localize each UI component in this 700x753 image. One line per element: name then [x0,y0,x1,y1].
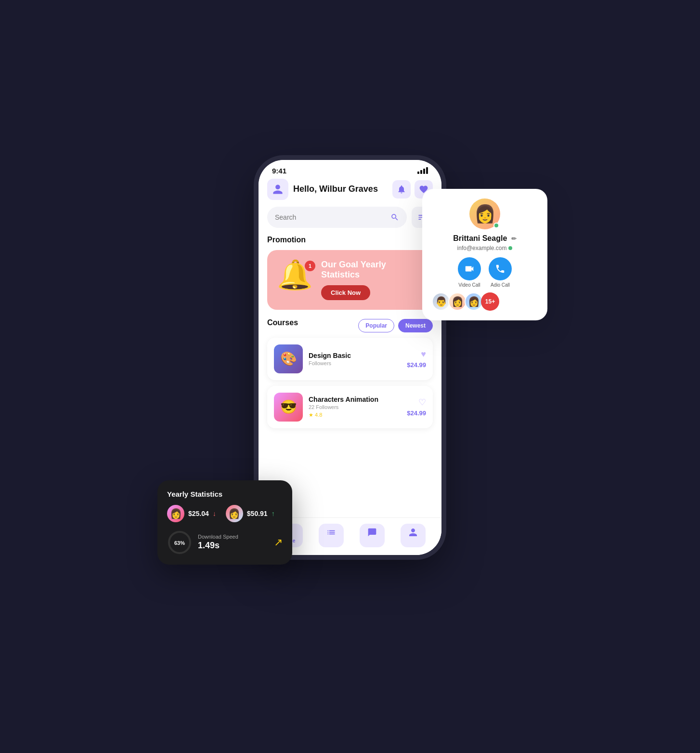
course-info-2: Characters Animation 22 Followers ★ 4.8 [309,396,401,418]
follower-2: 👩 [448,292,467,311]
contact-card: 👩 Brittani Seagle ✏ info@example.com Vid… [422,189,547,320]
audio-call-wrap: Adio Call [489,257,512,288]
course-card-1[interactable]: 🎨 Design Basic Followers ♥ $24.99 [267,338,433,380]
followers-row: 👨 👩 👩 15+ [432,292,538,311]
search-bar[interactable] [267,207,407,228]
tab-newest[interactable]: Newest [398,319,433,332]
stats-row: 👩 $25.04 ↓ 👩 $50.91 ↑ [167,505,283,522]
click-now-button[interactable]: Click Now [321,285,370,300]
avatar[interactable] [267,179,288,200]
course-rating-2: ★ 4.8 [309,412,401,418]
promo-title-text: Our Goal Yearly Statistics [321,260,423,280]
signal-icon [417,167,428,174]
call-buttons: Video Call Adio Call [432,257,538,288]
follower-1: 👨 [432,292,450,311]
search-row [267,207,433,228]
course-price-col-2: ♡ $24.99 [407,397,426,417]
progress-ring: 63% [167,530,192,555]
video-call-label: Video Call [458,282,481,288]
app-header: Hello, Wilbur Graves [267,179,433,200]
course-name-2: Characters Animation [309,396,401,403]
download-info: Download Speed 1.49s [198,534,268,551]
stats-title: Yearly Statistics [167,490,283,498]
follower-3: 👩 [465,292,483,311]
svg-text:63%: 63% [174,540,185,546]
edit-icon[interactable]: ✏ [511,235,517,242]
favorite-icon-2[interactable]: ♡ [407,397,426,408]
audio-call-label: Adio Call [489,282,512,288]
stat-value-1: $25.04 [188,510,209,517]
greeting-text: Hello, Wilbur Graves [293,184,388,194]
promo-card: 🔔 1 Our Goal Yearly Statistics Click Now [267,250,433,310]
contact-name: Brittani Seagle ✏ [432,234,538,243]
stat-avatar-1: 👩 [167,505,184,522]
video-call-button[interactable] [458,257,481,280]
stat-value-2: $50.91 [247,510,268,517]
course-price-col-1: ♥ $24.99 [407,349,426,369]
courses-tabs: Popular Newest [358,319,433,332]
course-price-1: $24.99 [407,361,426,369]
stat-avatar-2: 👩 [226,505,243,522]
download-speed: 1.49s [198,541,268,551]
stats-card: Yearly Statistics 👩 $25.04 ↓ 👩 $50.91 ↑ … [157,480,292,565]
course-thumb-anim: 😎 [274,393,303,422]
stat-item-1: 👩 $25.04 ↓ [167,505,216,522]
stat-item-2: 👩 $50.91 ↑ [226,505,275,522]
nav-profile[interactable] [401,524,426,547]
audio-call-button[interactable] [489,257,512,280]
course-followers-1: Followers [309,360,401,366]
course-price-2: $24.99 [407,410,426,417]
nav-list[interactable] [319,524,344,547]
video-call-wrap: Video Call [458,257,481,288]
course-thumb-design: 🎨 [274,344,303,373]
search-input[interactable] [275,213,387,221]
online-dot [493,223,499,228]
favorite-icon-1[interactable]: ♥ [407,349,426,359]
follower-count: 15+ [481,292,499,311]
scene: 9:41 Hello, Wilbur Graves [167,160,533,594]
trend-icon: ↗ [274,536,283,549]
promo-bell: 🔔 1 [277,261,315,299]
bell-badge: 1 [305,261,315,271]
courses-header: Courses Popular Newest [267,318,433,333]
course-followers-2: 22 Followers [309,404,401,410]
contact-avatar-wrap: 👩 [469,198,500,229]
download-row: 63% Download Speed 1.49s ↗ [167,530,283,555]
notification-button[interactable] [392,180,411,198]
nav-chat[interactable] [360,524,385,547]
download-label: Download Speed [198,534,268,540]
promotion-title: Promotion [267,236,433,244]
stat-arrow-down: ↓ [213,510,216,517]
stat-arrow-up: ↑ [272,510,275,517]
clock: 9:41 [272,167,286,175]
email-dot [508,246,512,250]
course-info-1: Design Basic Followers [309,352,401,366]
status-bar: 9:41 [259,160,441,179]
courses-title: Courses [267,318,298,327]
contact-email: info@example.com [432,245,538,251]
course-card-2[interactable]: 😎 Characters Animation 22 Followers ★ 4.… [267,386,433,428]
course-name-1: Design Basic [309,352,401,359]
promo-text: Our Goal Yearly Statistics Click Now [321,260,423,300]
tab-popular[interactable]: Popular [358,319,394,332]
phone-content[interactable]: Hello, Wilbur Graves [259,179,441,517]
